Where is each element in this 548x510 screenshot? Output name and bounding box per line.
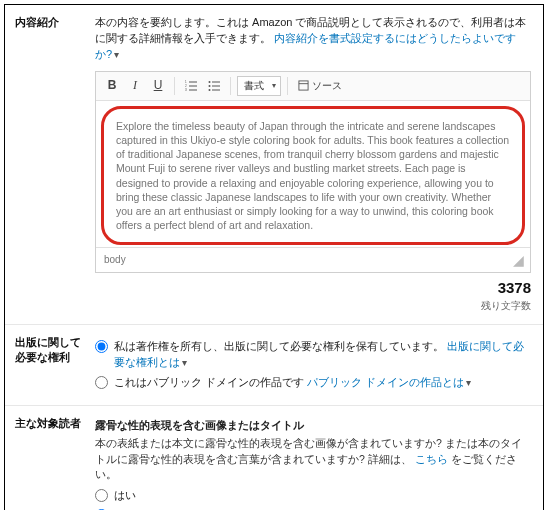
rights-public-domain-label: これはパブリック ドメインの作品です: [114, 376, 304, 388]
source-button[interactable]: ソース: [294, 79, 346, 94]
resize-handle-icon[interactable]: ◢: [513, 250, 522, 270]
svg-text:3: 3: [185, 88, 187, 92]
section-heading-description: 内容紹介: [5, 5, 91, 324]
svg-rect-12: [299, 81, 308, 90]
editor-textarea[interactable]: Explore the timeless beauty of Japan thr…: [101, 106, 525, 245]
rich-text-editor: B I U 123 書式▾: [95, 71, 531, 274]
rights-public-domain-radio[interactable]: [95, 376, 108, 389]
italic-button[interactable]: I: [125, 76, 145, 96]
svg-point-8: [209, 89, 211, 91]
section-heading-audience: 主な対象読者: [5, 406, 91, 510]
numbered-list-button[interactable]: 123: [181, 76, 201, 96]
explicit-yes-label: はい: [114, 488, 136, 504]
rights-public-domain-help-link[interactable]: パブリック ドメインの作品とは▾: [307, 376, 471, 388]
rights-own-radio[interactable]: [95, 340, 108, 353]
svg-point-7: [209, 85, 211, 87]
char-count-number: 3378: [498, 279, 531, 296]
bold-button[interactable]: B: [102, 76, 122, 96]
editor-path: body: [104, 253, 126, 268]
underline-button[interactable]: U: [148, 76, 168, 96]
explicit-content-help-link[interactable]: こちら: [415, 453, 448, 465]
format-select[interactable]: 書式▾: [237, 76, 281, 96]
char-count-label: 残り文字数: [95, 299, 531, 314]
svg-point-6: [209, 81, 211, 83]
bullet-list-button[interactable]: [204, 76, 224, 96]
editor-toolbar: B I U 123 書式▾: [96, 72, 530, 101]
section-heading-rights: 出版に関して必要な権利: [5, 325, 91, 405]
explicit-yes-radio[interactable]: [95, 489, 108, 502]
rights-own-label: 私は著作権を所有し、出版に関して必要な権利を保有しています。: [114, 340, 444, 352]
explicit-content-heading: 露骨な性的表現を含む画像またはタイトル: [95, 418, 531, 434]
